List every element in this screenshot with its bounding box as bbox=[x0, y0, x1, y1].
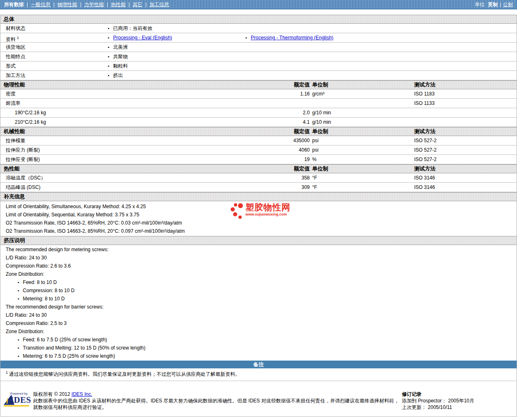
prop-method: ISO 527-2 bbox=[414, 145, 437, 154]
prop-value: 19 bbox=[213, 155, 310, 164]
nav-item-thermal[interactable]: 热性能 bbox=[111, 1, 126, 8]
supplemental-line: O2 Transmission Rate, ISO 14663-2, 85%RH… bbox=[0, 227, 517, 235]
prop-row-density: 密度 1.16 g/cm³ ISO 1183 bbox=[0, 89, 517, 99]
row-label: 加工方法 bbox=[6, 71, 25, 80]
prop-name: 拉伸应变 (断裂) bbox=[6, 155, 40, 164]
revision-added-line: 添加到 Prospector： 2005年10月 bbox=[402, 397, 474, 404]
prop-method: ISO 1183 bbox=[414, 89, 435, 98]
nav-item-mechanical[interactable]: 力学性能 bbox=[84, 1, 104, 8]
nav-item-processing-info[interactable]: 加工信息 bbox=[150, 1, 169, 8]
prop-unit: g/10 min bbox=[312, 108, 331, 117]
row-label: 材料状态 bbox=[6, 24, 25, 33]
bullet-icon: • bbox=[18, 296, 19, 301]
nav-item-general-info[interactable]: 一般信息 bbox=[31, 1, 50, 8]
units-label: 单位 bbox=[475, 1, 485, 8]
row-label: 形式 bbox=[6, 61, 16, 70]
section-general-header: 总体 bbox=[0, 15, 517, 24]
prop-row-mfr-210: 210°C/2.16 kg 4.1 g/10 min bbox=[0, 118, 517, 127]
extrusion-bullet-item: •Transition and Melting: 12 to 15 D (50%… bbox=[0, 344, 517, 352]
prop-name: 熔流率 bbox=[6, 99, 20, 108]
section-mechanical-header: 机械性能 额定值 单位制 测试方法 bbox=[0, 127, 517, 136]
watermark-site-name: 塑胶物性网 bbox=[245, 202, 290, 212]
bullet-icon: • bbox=[18, 280, 19, 285]
ides-underline-bar bbox=[4, 405, 29, 406]
general-row-availability: 供货地区 • 北美洲 bbox=[0, 43, 517, 52]
revision-record: 修订记录 添加到 Prospector： 2005年10月 上次更新： 2005… bbox=[402, 391, 474, 411]
footnote-text: 通过这些链接您能够访问供应商资料。我们尽量保证及时更新资料；不过您可以从供应商处… bbox=[9, 371, 240, 377]
notes-bar-title: 备注 bbox=[253, 361, 264, 368]
extrusion-bullet-item: •Feed: 8 to 10 D bbox=[0, 278, 517, 286]
col-header-unit: 单位制 bbox=[312, 81, 328, 89]
ides-logo: i Powered by IDES bbox=[4, 392, 30, 408]
revision-added-value: 2005年10月 bbox=[448, 398, 474, 404]
footer-gap bbox=[0, 381, 517, 390]
prop-value: 309 bbox=[213, 183, 310, 192]
unit-english-toggle[interactable]: 英制 bbox=[488, 1, 498, 8]
extrusion-line: Compression Ratio: 2.5 to 3 bbox=[0, 319, 517, 327]
processing-eval-link[interactable]: Processing - Eval (English) bbox=[113, 33, 172, 42]
prop-name: 结晶峰温 (DSC) bbox=[6, 183, 41, 192]
nav-separator: | bbox=[80, 2, 81, 7]
ad-placeholder: <广告> bbox=[0, 417, 517, 420]
bullet-icon: • bbox=[18, 345, 19, 350]
general-row-literature: 资料 1 • Processing - Eval (English) • Pro… bbox=[0, 33, 517, 43]
extrusion-bullet-item: •Metering: 8 to 10 D bbox=[0, 295, 517, 303]
revision-added-label: 添加到 Prospector： bbox=[402, 398, 448, 404]
revision-title: 修订记录 bbox=[402, 391, 474, 397]
bullet-icon: • bbox=[108, 61, 109, 70]
col-header-unit: 单位制 bbox=[312, 127, 328, 136]
prop-value: 1.16 bbox=[213, 89, 310, 98]
prop-name: 密度 bbox=[6, 89, 16, 98]
prop-unit: g/10 min bbox=[312, 118, 331, 127]
ides-wordmark: IDES bbox=[10, 395, 31, 405]
prop-unit: psi bbox=[312, 145, 318, 154]
ides-inc-link[interactable]: IDES Inc. bbox=[72, 391, 93, 397]
watermark-text: 塑胶物性网 www.sujiaowuxing.com bbox=[245, 202, 290, 216]
general-row-processing-method: 加工方法 • 挤出 bbox=[0, 71, 517, 80]
sujiaowuxing-watermark: 塑胶物性网 www.sujiaowuxing.com bbox=[231, 202, 290, 219]
footer: i Powered by IDES 版权所有 © 2012 IDES Inc. … bbox=[0, 390, 517, 416]
col-header-test-method: 测试方法 bbox=[414, 127, 435, 136]
unit-metric-toggle[interactable]: 公制 bbox=[503, 1, 513, 8]
extrusion-block: The recommended design for metering scre… bbox=[0, 245, 517, 361]
section-general-title: 总体 bbox=[4, 16, 14, 22]
prop-value: 435000 bbox=[213, 136, 310, 145]
general-row-features: 性能特点 • 共聚物 bbox=[0, 52, 517, 61]
footnote-number: 1 bbox=[6, 370, 8, 375]
disclaimer-line-2: 就数据值与材料供应商进行验证。 bbox=[33, 404, 399, 411]
extrusion-line: L/D Ratio: 24 to 30 bbox=[0, 311, 517, 319]
section-mechanical-title: 机械性能 bbox=[4, 128, 25, 134]
prop-name: 210°C/2.16 kg bbox=[15, 118, 46, 127]
bullet-icon: • bbox=[18, 354, 19, 359]
prop-unit: % bbox=[312, 155, 317, 164]
nav-item-physical[interactable]: 物理性能 bbox=[57, 1, 77, 8]
revision-updated-value: 2005/10/11 bbox=[428, 404, 452, 410]
processing-thermoforming-link[interactable]: Processing - Thermoforming (English) bbox=[251, 33, 333, 42]
revision-updated-line: 上次更新： 2005/10/11 bbox=[402, 404, 474, 411]
copyright-line: 版权所有 © 2012 IDES Inc. bbox=[33, 391, 399, 397]
bullet-icon: • bbox=[108, 24, 109, 33]
prop-value: 4.1 bbox=[213, 118, 310, 127]
prop-name: 溶融温度（DSC） bbox=[6, 173, 45, 182]
row-value: 已商用：当前有效 bbox=[113, 24, 152, 33]
row-value: 共聚物 bbox=[113, 52, 128, 61]
section-thermal-title: 热性能 bbox=[4, 166, 20, 172]
prop-name: 拉伸应力 (断裂) bbox=[6, 145, 40, 154]
nav-item-all-data[interactable]: 所有数据 bbox=[4, 1, 24, 8]
watermark-site-url: www.sujiaowuxing.com bbox=[245, 212, 290, 216]
bullet-icon: • bbox=[108, 71, 109, 80]
prop-unit: °F bbox=[312, 183, 317, 192]
revision-updated-label: 上次更新： bbox=[402, 404, 428, 410]
bullet-text: Metering: 6 to 7.5 D (25% of screw lengt… bbox=[23, 353, 115, 359]
notes-bar: 备注 bbox=[0, 361, 517, 368]
bullet-icon: • bbox=[108, 33, 109, 42]
prop-method: ISO 527-2 bbox=[414, 136, 437, 145]
col-header-unit: 单位制 bbox=[312, 165, 328, 173]
row-label-text: 资料 bbox=[6, 36, 16, 42]
nav-item-other[interactable]: 其它 bbox=[133, 1, 143, 8]
extrusion-bullet-item: •Compression: 8 to 10 D bbox=[0, 286, 517, 295]
extrusion-line: The recommended design for barrier screw… bbox=[0, 303, 517, 311]
section-supplemental-header: 补充信息 bbox=[0, 192, 517, 201]
prop-unit: psi bbox=[312, 136, 318, 145]
extrusion-bullet-item: •Feed: 6 to 7.5 D (25% of screw length) bbox=[0, 336, 517, 344]
